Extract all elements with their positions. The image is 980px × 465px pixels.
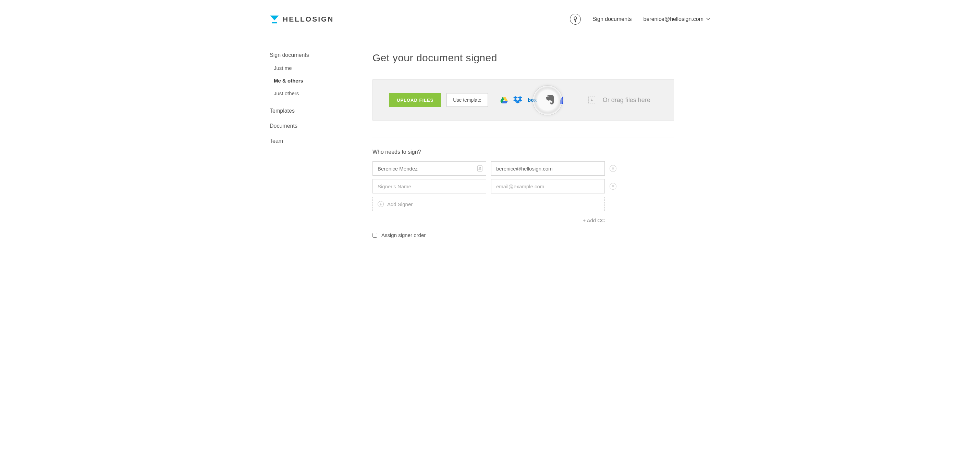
box-icon[interactable]: box	[528, 97, 540, 103]
signer-name-input[interactable]	[372, 179, 486, 194]
logo-text: HELLOSIGN	[283, 15, 334, 23]
signer-email-input[interactable]	[491, 161, 605, 176]
signer-row	[372, 179, 674, 194]
sidebar-item-templates[interactable]: Templates	[270, 108, 325, 114]
close-icon	[612, 167, 614, 170]
svg-point-13	[479, 167, 481, 168]
add-cc-button[interactable]: + Add CC	[372, 217, 605, 223]
drag-text: Or drag files here	[603, 97, 651, 104]
user-menu[interactable]: berenice@hellosign.com	[644, 16, 710, 22]
sidebar-item-team[interactable]: Team	[270, 138, 325, 144]
sidebar-item-sign-documents[interactable]: Sign documents	[270, 52, 325, 58]
divider	[576, 89, 576, 111]
evernote-icon[interactable]	[546, 95, 554, 105]
chevron-down-icon	[706, 18, 710, 21]
onedrive-icon[interactable]	[560, 96, 563, 104]
sidebar-item-just-me[interactable]: Just me	[274, 65, 325, 71]
dropbox-icon[interactable]	[513, 96, 522, 104]
sidebar-item-me-and-others[interactable]: Me & others	[274, 78, 325, 84]
signer-row	[372, 161, 674, 176]
close-icon	[612, 185, 614, 188]
upload-panel: UPLOAD FILES Use template box	[372, 79, 674, 121]
pen-icon[interactable]	[570, 14, 581, 25]
add-signer-label: Add Signer	[387, 202, 412, 207]
plus-icon: +	[378, 201, 384, 207]
contacts-icon[interactable]	[477, 165, 483, 171]
page-title: Get your document signed	[372, 52, 674, 64]
assign-order-row[interactable]: Assign signer order	[372, 232, 674, 238]
logo[interactable]: HELLOSIGN	[270, 14, 334, 24]
download-icon	[589, 97, 595, 103]
remove-signer-button[interactable]	[609, 165, 616, 172]
user-email-text: berenice@hellosign.com	[644, 16, 703, 22]
who-signs-label: Who needs to sign?	[372, 149, 674, 155]
sign-documents-link[interactable]: Sign documents	[592, 16, 632, 22]
drag-drop-area[interactable]: Or drag files here	[589, 97, 651, 104]
svg-rect-1	[272, 22, 277, 24]
hellosign-logo-icon	[270, 14, 279, 24]
divider	[372, 138, 674, 138]
signer-email-input[interactable]	[491, 179, 605, 194]
remove-signer-button[interactable]	[609, 183, 616, 190]
assign-order-label: Assign signer order	[381, 232, 426, 238]
assign-order-checkbox[interactable]	[372, 233, 377, 238]
sidebar: Sign documents Just me Me & others Just …	[270, 52, 325, 238]
svg-marker-7	[518, 96, 522, 99]
svg-text:box: box	[528, 97, 537, 103]
signer-name-input[interactable]	[372, 161, 486, 176]
sidebar-item-documents[interactable]: Documents	[270, 123, 325, 129]
svg-marker-0	[270, 16, 279, 21]
google-drive-icon[interactable]	[500, 97, 508, 103]
svg-marker-6	[513, 96, 518, 99]
use-template-button[interactable]: Use template	[447, 93, 488, 107]
sidebar-item-just-others[interactable]: Just others	[274, 90, 325, 96]
add-signer-button[interactable]: + Add Signer	[372, 197, 605, 211]
upload-files-button[interactable]: UPLOAD FILES	[389, 93, 441, 107]
